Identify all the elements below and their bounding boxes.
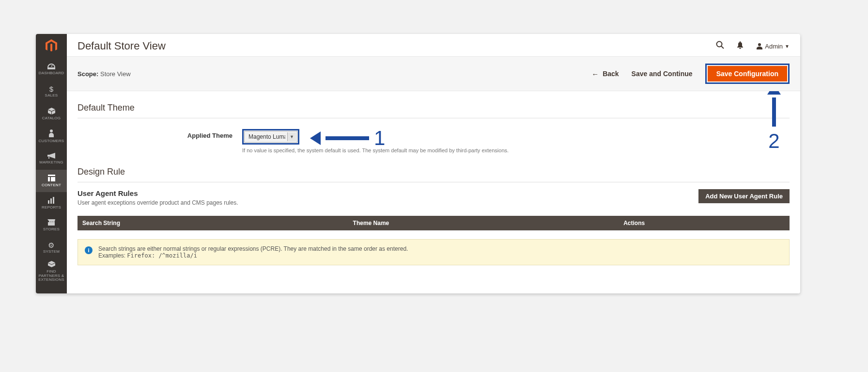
- user-name: Admin: [765, 43, 783, 50]
- annotation-arrow-1: 1: [310, 127, 385, 150]
- default-theme-heading: Default Theme: [78, 98, 790, 118]
- scope-value: Store View: [100, 70, 131, 78]
- column-theme-name: Theme Name: [348, 216, 619, 230]
- sidebar-item-label: SYSTEM: [43, 250, 60, 254]
- user-agent-rules-header: User Agent Rules User agent exceptions o…: [78, 189, 790, 206]
- chart-icon: [48, 197, 55, 205]
- top-icons: Admin ▼: [716, 41, 790, 51]
- annotation-number-1: 1: [374, 127, 385, 150]
- save-configuration-button[interactable]: Save Configuration: [708, 66, 787, 81]
- svg-point-0: [50, 129, 53, 132]
- sidebar-item-label: SALES: [45, 94, 58, 98]
- sidebar-item-customers[interactable]: CUSTOMERS: [36, 125, 67, 147]
- sidebar-item-label: REPORTS: [42, 206, 61, 210]
- sidebar-item-partners[interactable]: FIND PARTNERS & EXTENSIONS: [36, 259, 67, 284]
- sidebar-item-system[interactable]: ⚙ SYSTEM: [36, 237, 67, 259]
- applied-theme-select[interactable]: Magento Luma: [244, 131, 297, 143]
- svg-line-5: [721, 46, 724, 49]
- applied-theme-help: If no value is specified, the system def…: [242, 147, 509, 153]
- magento-logo-icon: [46, 39, 57, 53]
- user-icon: [756, 43, 763, 49]
- sidebar-item-dashboard[interactable]: DASHBOARD: [36, 58, 67, 81]
- design-rule-heading: Design Rule: [78, 162, 790, 182]
- gear-icon: ⚙: [48, 242, 54, 249]
- search-icon[interactable]: [716, 41, 724, 51]
- sidebar-item-label: CATALOG: [42, 116, 61, 121]
- user-agent-rules-heading: User Agent Rules: [78, 189, 238, 197]
- add-user-agent-rule-button[interactable]: Add New User Agent Rule: [698, 189, 790, 203]
- back-label: Back: [603, 70, 619, 78]
- user-agent-rules-table: Search String Theme Name Actions: [78, 216, 790, 230]
- applied-theme-label: Applied Theme: [78, 129, 232, 139]
- app-frame: DASHBOARD $ SALES CATALOG CUSTOMERS MARK…: [36, 34, 800, 293]
- magento-logo[interactable]: [36, 34, 67, 58]
- sidebar-item-label: STORES: [43, 227, 60, 232]
- user-agent-rules-desc: User agent exceptions override product a…: [78, 199, 238, 206]
- scope-indicator: Scope: Store View: [78, 70, 131, 78]
- column-actions: Actions: [619, 216, 790, 230]
- sidebar-item-stores[interactable]: STORES: [36, 214, 67, 237]
- dollar-icon: $: [49, 85, 54, 93]
- user-menu[interactable]: Admin ▼: [756, 43, 790, 50]
- sidebar-item-label: DASHBOARD: [39, 71, 64, 76]
- back-button[interactable]: ← Back: [591, 70, 619, 78]
- user-agent-rules-text: User Agent Rules User agent exceptions o…: [78, 189, 238, 206]
- sidebar: DASHBOARD $ SALES CATALOG CUSTOMERS MARK…: [36, 34, 67, 293]
- info-box: i Search strings are either normal strin…: [78, 239, 790, 265]
- arrow-head-icon: [310, 131, 321, 145]
- info-icon: i: [85, 246, 93, 254]
- sidebar-item-catalog[interactable]: CATALOG: [36, 103, 67, 125]
- sidebar-item-sales[interactable]: $ SALES: [36, 81, 67, 103]
- svg-rect-3: [53, 197, 54, 204]
- svg-point-4: [717, 42, 722, 47]
- puzzle-icon: [48, 261, 55, 269]
- sidebar-item-reports[interactable]: REPORTS: [36, 192, 67, 214]
- applied-theme-row: Applied Theme Magento Luma ▼ If no value…: [78, 129, 790, 153]
- chevron-down-icon: ▼: [785, 44, 790, 49]
- info-line-1: Search strings are either normal strings…: [98, 245, 408, 252]
- box-icon: [48, 108, 55, 115]
- bell-icon[interactable]: [737, 41, 744, 51]
- svg-point-6: [758, 43, 761, 46]
- svg-rect-2: [50, 198, 52, 204]
- scope-label: Scope:: [78, 70, 98, 78]
- sidebar-item-marketing[interactable]: MARKETING: [36, 147, 67, 170]
- annotation-highlight-select: Magento Luma ▼: [242, 129, 299, 145]
- megaphone-icon: [47, 152, 55, 160]
- scope-bar: Scope: Store View ← Back Save and Contin…: [67, 56, 800, 91]
- sidebar-item-label: CONTENT: [42, 183, 61, 188]
- save-and-continue-button[interactable]: Save and Continue: [632, 70, 693, 78]
- sidebar-item-content[interactable]: CONTENT: [36, 170, 67, 192]
- arrow-head-icon: [767, 91, 781, 95]
- arrow-shaft: [326, 136, 369, 140]
- topbar: Default Store View Admin ▼: [67, 34, 800, 56]
- annotation-highlight-save: Save Configuration: [705, 64, 790, 84]
- content-area: Default Theme Applied Theme Magento Luma…: [67, 91, 800, 293]
- layout-icon: [48, 175, 55, 182]
- column-search-string: Search String: [78, 216, 348, 230]
- store-icon: [47, 219, 55, 226]
- sidebar-item-label: MARKETING: [39, 161, 63, 165]
- sidebar-item-label: FIND PARTNERS & EXTENSIONS: [37, 270, 66, 282]
- info-line-2: Examples: Firefox: /^mozilla/i: [98, 252, 408, 259]
- arrow-left-icon: ←: [591, 70, 599, 78]
- gauge-icon: [47, 63, 55, 70]
- sidebar-item-label: CUSTOMERS: [39, 139, 64, 144]
- person-icon: [49, 129, 54, 138]
- action-buttons: ← Back Save and Continue Save Configurat…: [591, 64, 790, 84]
- svg-rect-1: [48, 200, 49, 204]
- applied-theme-control: Magento Luma ▼ If no value is specified,…: [242, 129, 509, 153]
- info-text: Search strings are either normal strings…: [98, 245, 408, 259]
- page-title: Default Store View: [78, 40, 707, 52]
- main-panel: Default Store View Admin ▼ Scope: Store …: [67, 34, 800, 293]
